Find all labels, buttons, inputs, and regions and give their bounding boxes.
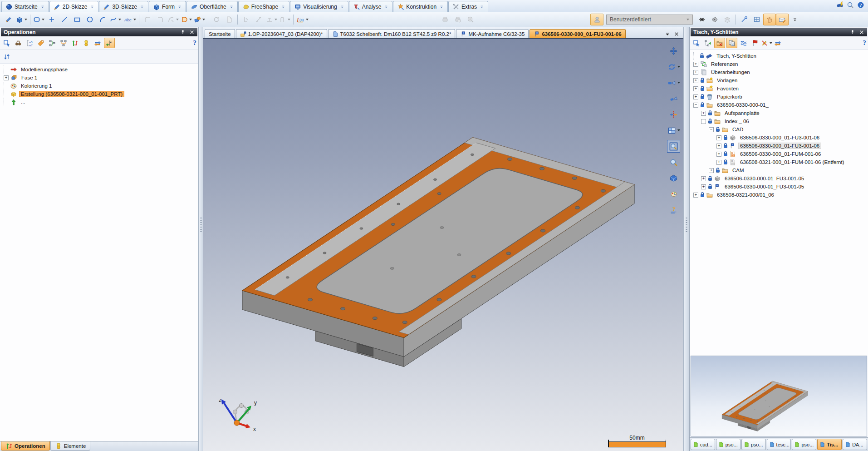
- corner-button[interactable]: [141, 14, 154, 25]
- cube-button[interactable]: [15, 14, 28, 25]
- spline-button[interactable]: [109, 14, 122, 25]
- tree-item[interactable]: + Überarbeitungen: [690, 68, 868, 76]
- tree-expander[interactable]: +: [693, 193, 698, 198]
- ribbon-tab-visualisierung[interactable]: Visualisierung: [290, 1, 348, 12]
- 3d-model-plate[interactable]: [203, 39, 683, 451]
- chevron-down-icon[interactable]: [189, 19, 192, 20]
- hand-button[interactable]: [763, 14, 776, 25]
- copy12-button[interactable]: 12: [726, 38, 737, 48]
- tree-item[interactable]: + Papierkorb: [690, 93, 868, 101]
- tree-item[interactable]: + Vorlagen: [690, 76, 868, 84]
- tree-expander[interactable]: −: [701, 119, 706, 124]
- help-button[interactable]: ?: [863, 39, 867, 47]
- pairyellow-button[interactable]: [81, 38, 91, 48]
- chevron-down-icon[interactable]: [118, 19, 121, 20]
- cam2-nav-button[interactable]: [667, 92, 680, 105]
- tree-item[interactable]: − 636506-0330-000-01_: [690, 101, 868, 109]
- tree-item[interactable]: + 636508-0321-000/01_06: [690, 191, 868, 199]
- importarrow-button[interactable]: [70, 38, 80, 48]
- tree-expander[interactable]: +: [693, 94, 698, 99]
- chevron-down-icon[interactable]: [275, 19, 277, 20]
- m4-button[interactable]: [278, 14, 291, 25]
- cam-nav-button[interactable]: [667, 76, 680, 89]
- right-panel-splitter[interactable]: [683, 27, 690, 451]
- nodes2-button[interactable]: [59, 38, 69, 48]
- chevron-down-icon[interactable]: [677, 82, 680, 84]
- chevron-down-icon[interactable]: [229, 5, 234, 9]
- swap-button[interactable]: [773, 38, 783, 48]
- tree-expander[interactable]: +: [709, 168, 714, 173]
- close-tab-icon[interactable]: [674, 31, 679, 37]
- flip-nav-button[interactable]: [667, 108, 680, 121]
- box3d-nav-button[interactable]: [667, 172, 680, 184]
- tree-item[interactable]: − Index _ 06: [690, 117, 868, 125]
- ribbon-tab-3d-skizze[interactable]: 3D-Skizze: [99, 1, 148, 12]
- dshape-button[interactable]: [180, 14, 193, 25]
- rect-button[interactable]: [71, 14, 83, 25]
- folderx-button[interactable]: [714, 38, 725, 48]
- taskbar-tab[interactable]: pso...: [741, 439, 766, 450]
- tree-item[interactable]: + 636506-0330-000-01_FU3-001-05: [690, 183, 868, 191]
- compass-button[interactable]: [738, 14, 750, 25]
- tree-expander[interactable]: +: [716, 144, 721, 149]
- tree-expander[interactable]: −: [709, 127, 714, 132]
- pin-icon[interactable]: [180, 30, 186, 35]
- tree-expander[interactable]: +: [716, 160, 721, 165]
- print2-button[interactable]: [451, 14, 464, 25]
- chevron-down-icon[interactable]: [176, 19, 179, 20]
- tree-item[interactable]: Kolorierung 1: [0, 82, 198, 90]
- tree-expander[interactable]: +: [4, 75, 9, 80]
- ribbon-tab-analyse[interactable]: Analyse: [349, 1, 393, 12]
- xline-button[interactable]: [696, 14, 708, 25]
- chevron-down-icon[interactable]: [177, 5, 182, 9]
- pencil-button[interactable]: [2, 14, 15, 25]
- swap-button[interactable]: [93, 38, 103, 48]
- chevron-down-icon[interactable]: [133, 19, 136, 20]
- panel-tab-operationen[interactable]: Operationen: [1, 441, 50, 451]
- chevron-down-icon[interactable]: [25, 19, 27, 20]
- tree-item[interactable]: + 636506-0330-000_01-FU3-001-06: [690, 142, 868, 150]
- hatch-button[interactable]: [708, 14, 721, 25]
- chevron-down-icon[interactable]: [40, 5, 45, 9]
- abc-button[interactable]: Abc: [122, 14, 137, 25]
- refresh-button[interactable]: [210, 14, 223, 25]
- mailpen-button[interactable]: [776, 14, 789, 25]
- chevron-down-icon[interactable]: [439, 5, 444, 9]
- tab-list-icon[interactable]: [665, 31, 670, 37]
- pencilx-button[interactable]: [761, 38, 771, 48]
- taskbar-tab[interactable]: Tis...: [817, 439, 842, 450]
- print3-button[interactable]: [464, 14, 477, 25]
- arc-button[interactable]: [96, 14, 109, 25]
- tree-expander[interactable]: +: [716, 152, 721, 157]
- tree-item[interactable]: + Referenzen: [690, 60, 868, 68]
- layers-button[interactable]: [721, 14, 734, 25]
- sel-button[interactable]: [691, 38, 701, 48]
- tree-expander[interactable]: +: [701, 184, 706, 189]
- flagred-button[interactable]: [750, 38, 760, 48]
- eraser-button[interactable]: [193, 14, 206, 25]
- wingrid-button[interactable]: [750, 14, 763, 25]
- zoomglass-icon[interactable]: [847, 1, 854, 9]
- 3d-viewport[interactable]: ? z y x: [203, 39, 683, 451]
- tree-item[interactable]: + 636506-0330-000_01-FU3-001-06: [690, 134, 868, 142]
- taskbar-tab[interactable]: cad...: [691, 439, 715, 450]
- m3-button[interactable]: [265, 14, 278, 25]
- document-tab[interactable]: MK-Aufnahme C6/32-35: [456, 29, 529, 38]
- tree-item[interactable]: + Aufspannplatte: [690, 109, 868, 117]
- corner2-button[interactable]: [154, 14, 167, 25]
- chevron-down-icon[interactable]: [90, 5, 94, 9]
- close-icon[interactable]: [189, 30, 195, 35]
- tree-item[interactable]: + 636506-0330-000-01_FU3-001-05: [690, 174, 868, 183]
- chevron-down-icon[interactable]: [340, 5, 344, 9]
- user-preset-button[interactable]: [590, 14, 603, 25]
- filter-button[interactable]: [2, 52, 12, 61]
- document-tab[interactable]: T6032 Scheibenfr. Dm160 B12 ST42.5 z9 R0…: [328, 29, 456, 38]
- tree-expander[interactable]: −: [693, 103, 698, 108]
- nodes-button[interactable]: [47, 38, 57, 48]
- taskbar-tab[interactable]: pso...: [792, 439, 816, 450]
- tree-item[interactable]: Tisch, Y-Schlitten: [690, 52, 868, 60]
- m1-button[interactable]: [240, 14, 252, 25]
- waves-button[interactable]: [739, 38, 749, 48]
- part-preview-pane[interactable]: [691, 356, 867, 436]
- tag-button[interactable]: [36, 38, 46, 48]
